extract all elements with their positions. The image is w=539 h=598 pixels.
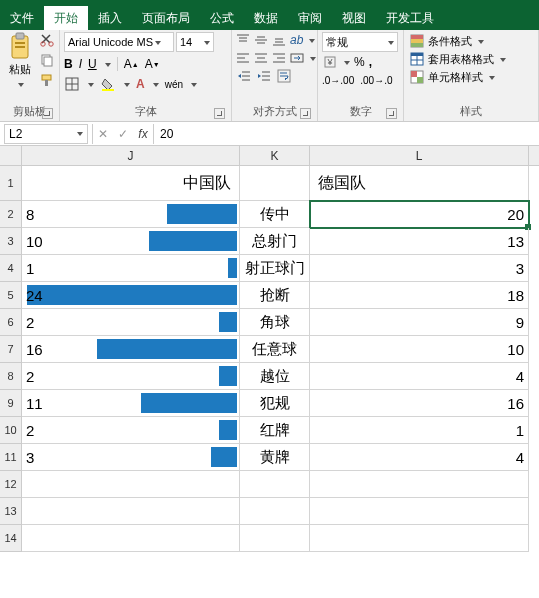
cell[interactable]: 4 [310,444,529,471]
font-color-caret[interactable] [151,77,159,91]
row-header[interactable]: 10 [0,417,22,444]
row-header[interactable]: 9 [0,390,22,417]
cell[interactable] [310,471,529,498]
merge-button[interactable] [290,50,304,66]
number-format-select[interactable]: 常规 [322,32,398,52]
cell[interactable]: 4 [310,363,529,390]
cell[interactable]: 2 [22,363,240,390]
cell[interactable]: 3 [310,255,529,282]
cell-styles-button[interactable]: 单元格样式 [408,68,534,86]
cell[interactable]: 11 [22,390,240,417]
font-size-select[interactable]: 14 [176,32,214,52]
enter-icon[interactable]: ✓ [113,127,133,141]
cell[interactable] [310,525,529,552]
tab-home[interactable]: 开始 [44,6,88,30]
merge-caret[interactable] [308,51,316,65]
name-box[interactable]: L2 [4,124,88,144]
cell[interactable] [310,498,529,525]
col-header-J[interactable]: J [22,146,240,165]
cell[interactable]: 8 [22,201,240,228]
orientation-button[interactable]: ab [290,32,303,48]
fill-color-button[interactable] [100,76,116,92]
row-header[interactable]: 4 [0,255,22,282]
borders-button[interactable] [64,76,80,92]
tab-insert[interactable]: 插入 [88,6,132,30]
cell[interactable]: 24 [22,282,240,309]
select-all-button[interactable] [0,146,22,165]
italic-button[interactable]: I [79,56,82,72]
cell[interactable] [22,525,240,552]
cell[interactable] [240,166,310,201]
cell[interactable]: 13 [310,228,529,255]
cell[interactable]: 1 [310,417,529,444]
fx-icon[interactable]: fx [133,127,153,141]
row-header[interactable]: 1 [0,166,22,201]
align-right-button[interactable] [272,50,286,66]
percent-button[interactable]: % [354,54,365,70]
col-header-L[interactable]: L [310,146,529,165]
decrease-indent-button[interactable] [236,68,252,84]
comma-button[interactable]: , [369,54,372,70]
increase-indent-button[interactable] [256,68,272,84]
align-top-button[interactable] [236,32,250,48]
cell[interactable]: 总射门 [240,228,310,255]
format-painter-icon[interactable] [39,72,55,88]
fill-color-caret[interactable] [122,77,130,91]
paste-caret-icon[interactable] [16,77,24,91]
cell[interactable]: 3 [22,444,240,471]
cell[interactable] [240,471,310,498]
cell[interactable]: 9 [310,309,529,336]
borders-caret[interactable] [86,77,94,91]
cell[interactable] [22,498,240,525]
tab-formulas[interactable]: 公式 [200,6,244,30]
cell[interactable]: 20 [310,201,529,228]
tab-view[interactable]: 视图 [332,6,376,30]
align-middle-button[interactable] [254,32,268,48]
tab-file[interactable]: 文件 [0,6,44,30]
cell[interactable] [22,471,240,498]
cell[interactable]: 抢断 [240,282,310,309]
shrink-font-button[interactable]: A▼ [145,56,160,72]
conditional-format-button[interactable]: 条件格式 [408,32,534,50]
tab-data[interactable]: 数据 [244,6,288,30]
cell[interactable]: 中国队 [22,166,240,201]
underline-caret[interactable] [103,57,111,71]
align-dialog-launcher[interactable] [300,108,311,119]
row-header[interactable]: 14 [0,525,22,552]
accounting-format-button[interactable]: ¥ [322,54,338,70]
cell[interactable]: 传中 [240,201,310,228]
orientation-caret[interactable] [307,33,315,47]
cell[interactable]: 1 [22,255,240,282]
cut-icon[interactable] [39,32,55,48]
tab-page-layout[interactable]: 页面布局 [132,6,200,30]
row-header[interactable]: 11 [0,444,22,471]
row-header[interactable]: 13 [0,498,22,525]
increase-decimal-button[interactable]: .0→.00 [322,72,354,88]
cell[interactable]: 黄牌 [240,444,310,471]
cell[interactable] [240,525,310,552]
format-as-table-button[interactable]: 套用表格格式 [408,50,534,68]
grow-font-button[interactable]: A▲ [124,56,139,72]
cell[interactable]: 2 [22,417,240,444]
cell[interactable]: 2 [22,309,240,336]
row-header[interactable]: 6 [0,309,22,336]
cancel-icon[interactable]: ✕ [93,127,113,141]
row-header[interactable]: 5 [0,282,22,309]
row-header[interactable]: 2 [0,201,22,228]
paste-button[interactable]: 粘贴 [4,32,35,91]
cell[interactable]: 18 [310,282,529,309]
cell[interactable]: 红牌 [240,417,310,444]
cell[interactable]: 角球 [240,309,310,336]
row-header[interactable]: 3 [0,228,22,255]
row-header[interactable]: 7 [0,336,22,363]
wrap-text-button[interactable] [276,68,292,84]
cell[interactable] [240,498,310,525]
font-dialog-launcher[interactable] [214,108,225,119]
align-center-button[interactable] [254,50,268,66]
tab-developer[interactable]: 开发工具 [376,6,444,30]
cell[interactable]: 德国队 [310,166,529,201]
cell[interactable]: 犯规 [240,390,310,417]
cell[interactable]: 10 [310,336,529,363]
decrease-decimal-button[interactable]: .00→.0 [360,72,392,88]
font-color-button[interactable]: A [136,76,145,92]
